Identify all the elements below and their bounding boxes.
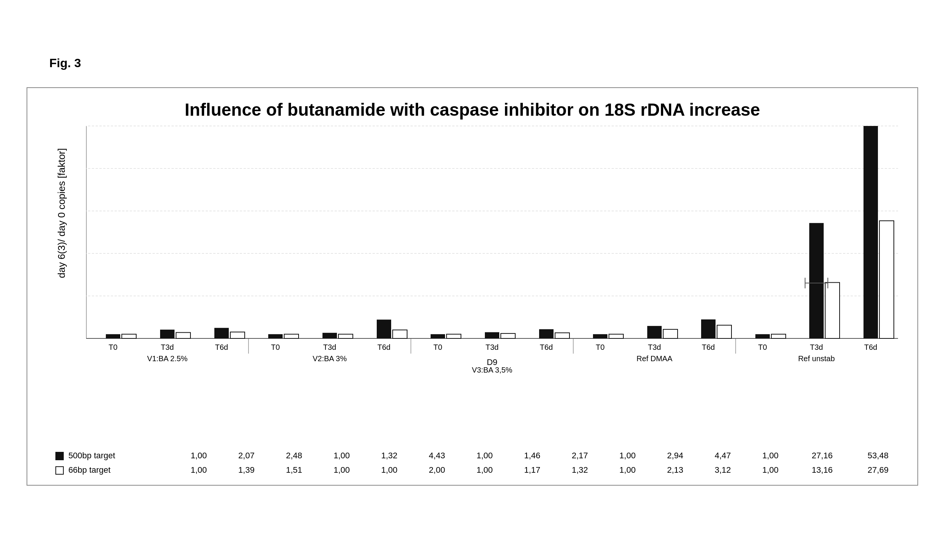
data-row-white: 66bp target 1,00 1,39 1,51 1,00 1,00 2,0… bbox=[50, 463, 906, 477]
svg-text:T6d: T6d bbox=[702, 343, 715, 351]
val-Ref-T0-white: 1,00 bbox=[604, 463, 651, 477]
val-Ref-T3d-white: 2,13 bbox=[651, 463, 699, 477]
bar-V2-T0-white bbox=[284, 334, 299, 338]
svg-text:V3:BA 3,5%: V3:BA 3,5% bbox=[472, 366, 513, 374]
svg-text:T0: T0 bbox=[433, 343, 442, 351]
data-row-black: 500bp target 1,00 2,07 2,48 1,00 1,32 4,… bbox=[50, 448, 906, 463]
fig-label: Fig. 3 bbox=[49, 56, 81, 70]
val-V3-T0-white: 1,00 bbox=[461, 463, 509, 477]
svg-text:T6d: T6d bbox=[864, 343, 877, 351]
bar-RefU-T0-black bbox=[755, 334, 770, 338]
bar-RefU-T6d-black bbox=[864, 126, 878, 338]
val-RefU-T6d-black: 53,48 bbox=[850, 448, 906, 463]
bar-Ref-T0-black bbox=[593, 334, 607, 338]
svg-text:Ref DMAA: Ref DMAA bbox=[637, 354, 673, 363]
val-V3-T3d-black: 1,46 bbox=[508, 448, 556, 463]
bar-V1-T0-black bbox=[106, 334, 120, 338]
val-V2-T6d-white: 2,00 bbox=[413, 463, 461, 477]
val-V1-T0-white: 1,00 bbox=[175, 463, 223, 477]
svg-text:V1:BA 2.5%: V1:BA 2.5% bbox=[147, 354, 188, 363]
bar-RefU-T3d-black bbox=[809, 223, 824, 338]
bar-V2-T6d-black bbox=[377, 319, 391, 338]
bar-V3-T3d-white bbox=[501, 333, 515, 338]
val-V3-T3d-white: 1,17 bbox=[508, 463, 556, 477]
svg-text:Ref unstab: Ref unstab bbox=[798, 354, 835, 363]
bar-Ref-T0-white bbox=[609, 334, 623, 338]
bar-RefU-T6d-white bbox=[879, 221, 894, 338]
svg-text:T3d: T3d bbox=[648, 343, 661, 351]
svg-text:T0: T0 bbox=[596, 343, 604, 351]
bar-Ref-T3d-black bbox=[647, 326, 662, 338]
bar-V3-T3d-black bbox=[485, 332, 499, 338]
bar-V1-T6d-white bbox=[230, 332, 245, 338]
bar-V1-T0-white bbox=[122, 334, 136, 338]
val-V1-T3d-white: 1,39 bbox=[223, 463, 271, 477]
val-V2-T6d-black: 4,43 bbox=[413, 448, 461, 463]
val-V2-T3d-black: 1,32 bbox=[365, 448, 413, 463]
svg-text:T0: T0 bbox=[758, 343, 767, 351]
svg-text:T3d: T3d bbox=[161, 343, 174, 351]
val-Ref-T3d-black: 2,94 bbox=[651, 448, 699, 463]
data-row-black-label: 500bp target bbox=[50, 448, 175, 463]
bar-V2-T3d-white bbox=[338, 334, 353, 338]
svg-text:T0: T0 bbox=[271, 343, 280, 351]
val-V2-T0-white: 1,00 bbox=[318, 463, 366, 477]
val-RefU-T3d-white: 13,16 bbox=[794, 463, 850, 477]
val-V3-T6d-white: 1,32 bbox=[556, 463, 604, 477]
bar-Ref-T6d-white bbox=[717, 325, 731, 338]
svg-text:T3d: T3d bbox=[323, 343, 336, 351]
val-RefU-T3d-black: 27,16 bbox=[794, 448, 850, 463]
svg-text:T3d: T3d bbox=[486, 343, 499, 351]
data-row-white-label: 66bp target bbox=[50, 463, 175, 477]
svg-text:T0: T0 bbox=[109, 343, 117, 351]
svg-text:T6d: T6d bbox=[215, 343, 228, 351]
svg-text:T3d: T3d bbox=[810, 343, 823, 351]
y-axis-label: day 6(3)/ day 0 copies [faktor] bbox=[39, 107, 84, 319]
bar-Ref-T6d-black bbox=[701, 319, 716, 338]
bar-V2-T6d-white bbox=[393, 330, 407, 338]
val-Ref-T6d-black: 4,47 bbox=[699, 448, 747, 463]
bar-Ref-T3d-white bbox=[663, 329, 678, 338]
val-RefU-T0-black: 1,00 bbox=[747, 448, 794, 463]
svg-text:T6d: T6d bbox=[377, 343, 390, 351]
bar-V3-T0-black bbox=[431, 334, 445, 338]
data-table: 500bp target 1,00 2,07 2,48 1,00 1,32 4,… bbox=[50, 448, 906, 477]
bar-V3-T6d-black bbox=[539, 329, 554, 338]
svg-text:T6d: T6d bbox=[540, 343, 553, 351]
page: Fig. 3 Influence of butanamide with casp… bbox=[0, 0, 939, 560]
bar-V3-T0-white bbox=[447, 334, 461, 338]
val-V3-T6d-black: 2,17 bbox=[556, 448, 604, 463]
val-V1-T3d-black: 2,07 bbox=[223, 448, 271, 463]
val-RefU-T6d-white: 27,69 bbox=[850, 463, 906, 477]
val-RefU-T0-white: 1,00 bbox=[747, 463, 794, 477]
bar-RefU-T0-white bbox=[771, 334, 786, 338]
val-V1-T6d-white: 1,51 bbox=[270, 463, 318, 477]
chart-svg: 0 10 20 30 40 50 bbox=[86, 118, 906, 376]
legend-swatch-black bbox=[55, 452, 64, 460]
val-V3-T0-black: 1,00 bbox=[461, 448, 509, 463]
val-V1-T0-black: 1,00 bbox=[175, 448, 223, 463]
bar-V2-T0-black bbox=[268, 334, 283, 338]
val-V1-T6d-black: 2,48 bbox=[270, 448, 318, 463]
val-Ref-T6d-white: 3,12 bbox=[699, 463, 747, 477]
legend-swatch-white bbox=[55, 466, 64, 475]
bar-V1-T6d-black bbox=[214, 328, 229, 338]
bar-V2-T3d-black bbox=[322, 333, 337, 338]
bar-V1-T3d-white bbox=[176, 332, 190, 338]
val-V2-T0-black: 1,00 bbox=[318, 448, 366, 463]
svg-text:V2:BA 3%: V2:BA 3% bbox=[313, 354, 347, 363]
bar-V1-T3d-black bbox=[160, 330, 175, 338]
bar-RefU-T3d-white bbox=[825, 283, 840, 338]
val-V2-T3d-white: 1,00 bbox=[365, 463, 413, 477]
chart-container: Influence of butanamide with caspase inh… bbox=[27, 87, 918, 486]
chart-title: Influence of butanamide with caspase inh… bbox=[27, 99, 917, 120]
bar-V3-T6d-white bbox=[555, 333, 569, 338]
val-Ref-T0-black: 1,00 bbox=[604, 448, 651, 463]
